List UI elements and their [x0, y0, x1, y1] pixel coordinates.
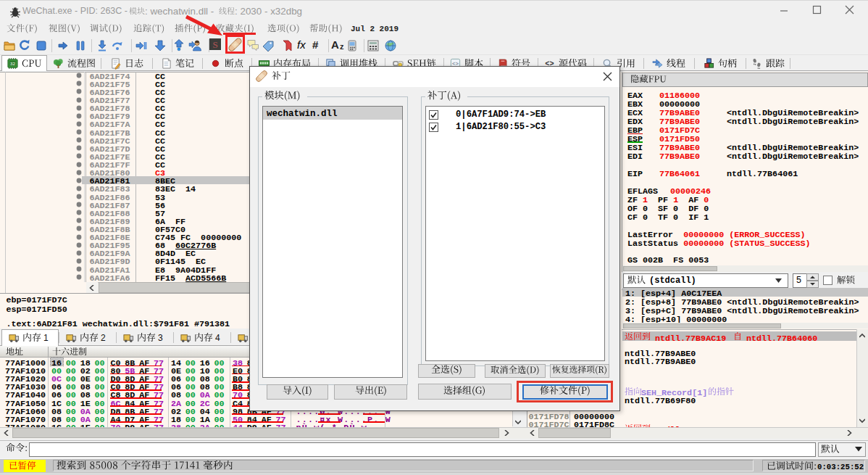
svg-text:32: 32	[10, 61, 15, 66]
